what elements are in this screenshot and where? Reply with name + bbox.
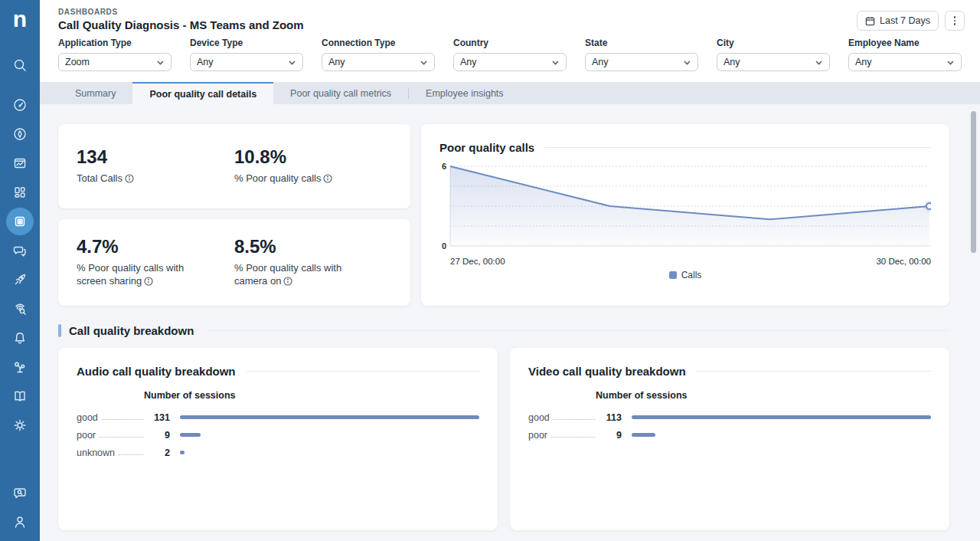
poor-quality-pct-value: 10.8% (234, 146, 392, 168)
bar-track (180, 415, 479, 419)
nexthink-logo[interactable]: n (13, 6, 27, 34)
info-icon[interactable] (323, 173, 332, 186)
svg-text:6: 6 (442, 162, 446, 171)
bar-row-good: good 131 (77, 408, 479, 426)
bar-track (632, 433, 931, 437)
active-item-highlight (6, 208, 34, 235)
app-root: n (0, 0, 980, 541)
bell-icon[interactable] (0, 323, 40, 352)
filter-device-type-select[interactable]: Any (190, 53, 303, 71)
audio-breakdown-title: Audio call quality breakdown (77, 365, 236, 378)
video-breakdown-title: Video call quality breakdown (528, 365, 686, 378)
filter-value: Any (724, 57, 740, 67)
dashboard-content: 134 Total Calls 10.8% % Poor quality cal… (40, 104, 980, 541)
dotted-leader (102, 419, 143, 420)
tab-summary[interactable]: Summary (58, 82, 132, 104)
bar-good[interactable] (180, 415, 479, 419)
bar-category: good (77, 412, 98, 423)
gear-icon[interactable] (0, 411, 40, 440)
kebab-menu-button[interactable] (945, 11, 965, 31)
video-axis-label: Number of sessions (596, 390, 931, 401)
tab-employee-insights[interactable]: Employee insights (409, 82, 520, 104)
filter-application-type: Application Type Zoom (58, 38, 172, 71)
chat-search-icon[interactable] (0, 478, 40, 507)
chevron-down-icon (815, 58, 823, 67)
bar-good[interactable] (632, 415, 931, 419)
filter-device-type: Device Type Any (190, 38, 303, 71)
bar-track (632, 415, 931, 419)
filter-state-select[interactable]: Any (585, 53, 698, 71)
filter-employee-name-select[interactable]: Any (848, 53, 962, 71)
legend-swatch (669, 271, 677, 279)
bar-category: unknown (77, 448, 115, 458)
camera-on-pct-label: % Poor quality calls with camera on (234, 261, 349, 289)
section-call-quality-breakdown: Call quality breakdown (58, 324, 949, 337)
x-tick-start: 27 Dec, 00:00 (450, 257, 505, 266)
filter-value: Any (197, 57, 214, 67)
sidebar-item-applications-active[interactable] (0, 207, 40, 236)
chevron-down-icon (420, 58, 428, 67)
tree-icon[interactable] (0, 352, 40, 382)
video-breakdown-card: Video call quality breakdown Number of s… (510, 348, 949, 530)
bar-category: poor (528, 430, 547, 441)
breadcrumb: DASHBOARDS (58, 8, 304, 16)
filter-value: Any (592, 57, 609, 67)
filter-city-select[interactable]: Any (717, 53, 830, 71)
kpi-card-sharing-camera: 4.7% % Poor quality calls with screen sh… (58, 219, 410, 306)
book-icon[interactable] (0, 382, 40, 411)
chevron-down-icon (288, 58, 296, 67)
filter-state: State Any (585, 38, 698, 71)
date-range-button[interactable]: Last 7 Days (857, 11, 939, 31)
filter-value: Any (460, 57, 477, 67)
filter-connection-type-select[interactable]: Any (322, 53, 435, 71)
person-icon[interactable] (0, 507, 40, 536)
info-icon[interactable] (144, 276, 153, 289)
chevron-down-icon (551, 58, 560, 67)
fingerprint-search-icon[interactable] (0, 294, 40, 323)
filter-application-type-select[interactable]: Zoom (58, 53, 172, 71)
bar-value: 113 (599, 412, 622, 423)
section-title: Call quality breakdown (69, 324, 194, 337)
filter-label: Device Type (190, 38, 303, 48)
filter-label: Connection Type (322, 38, 435, 48)
dotted-leader (554, 419, 595, 420)
bar-poor[interactable] (180, 433, 201, 437)
rocket-icon[interactable] (0, 265, 40, 294)
sidebar-nav (0, 90, 40, 440)
info-icon[interactable] (125, 173, 134, 186)
bar-track (180, 451, 479, 454)
filter-label: Country (453, 38, 567, 48)
title-rule (697, 371, 931, 372)
date-range-label: Last 7 Days (880, 15, 930, 26)
info-icon[interactable] (283, 276, 292, 289)
chat-bubbles-icon[interactable] (0, 236, 40, 265)
dashboard-blocks-icon[interactable] (0, 178, 40, 207)
tab-poor-quality-call-metrics[interactable]: Poor quality call metrics (273, 82, 408, 104)
legend-item-calls[interactable]: Calls (439, 270, 931, 280)
gauge-icon[interactable] (0, 90, 40, 120)
tab-poor-quality-call-details[interactable]: Poor quality call details (132, 82, 273, 104)
bar-poor[interactable] (632, 433, 655, 437)
monitoring-chart-icon[interactable] (0, 149, 40, 178)
filter-bar: Application Type Zoom Device Type Any Co… (40, 36, 980, 82)
bar-unknown[interactable] (180, 451, 185, 454)
filter-country-select[interactable]: Any (453, 53, 567, 71)
bar-row-poor: poor 9 (77, 426, 479, 444)
chevron-down-icon (156, 58, 165, 67)
filter-value: Any (855, 57, 872, 67)
bar-row-good: good 113 (528, 408, 931, 426)
filter-value: Any (328, 57, 345, 67)
vertical-scrollbar-thumb[interactable] (971, 111, 976, 253)
sidebar: n (0, 0, 40, 541)
total-calls-value: 134 (77, 146, 234, 168)
poor-quality-pct-label: % Poor quality calls (234, 172, 349, 186)
compass-icon[interactable] (0, 120, 40, 149)
tab-bar: Summary Poor quality call details Poor q… (40, 82, 980, 104)
bar-value: 9 (599, 430, 622, 441)
section-rule (207, 330, 949, 331)
bar-value: 9 (147, 430, 170, 441)
main-area: DASHBOARDS Call Quality Diagnosis - MS T… (40, 0, 980, 541)
screen-sharing-pct-label: % Poor quality calls with screen sharing (77, 261, 191, 289)
search-icon[interactable] (0, 51, 40, 80)
camera-on-pct-value: 8.5% (234, 236, 392, 257)
